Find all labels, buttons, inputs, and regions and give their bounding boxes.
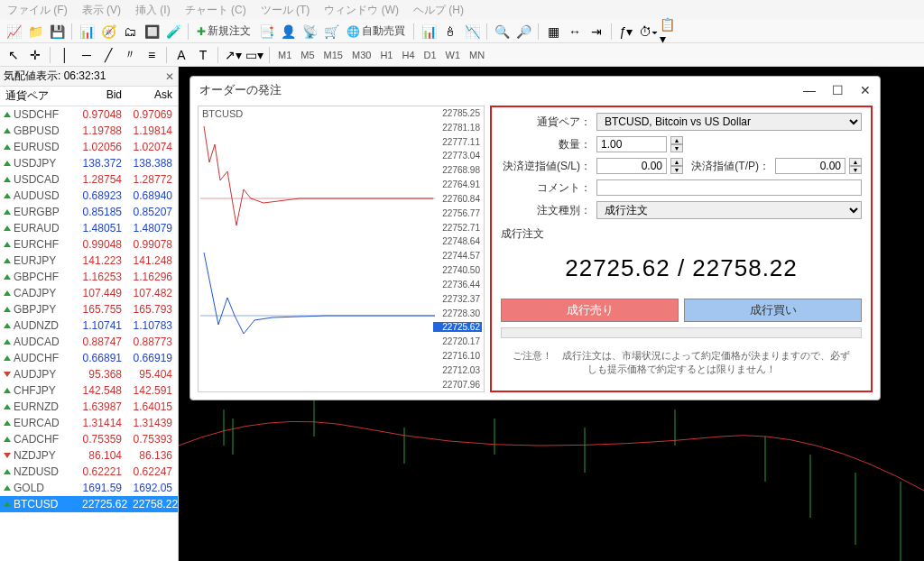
vline-icon[interactable]: │	[55, 45, 75, 65]
strategy-icon[interactable]: 🧪	[163, 22, 183, 41]
volume-input[interactable]	[596, 136, 667, 152]
tile-icon[interactable]: ▦	[543, 22, 563, 41]
market-icon[interactable]: 🛒	[321, 22, 341, 41]
market-watch-row[interactable]: AUDJPY 95.36895.404	[0, 366, 178, 382]
period-mn[interactable]: MN	[466, 50, 488, 60]
sl-input[interactable]	[596, 158, 667, 174]
menu-tools[interactable]: ツール (T)	[261, 3, 310, 18]
profile-icon[interactable]: 👤	[278, 22, 298, 41]
market-watch-row[interactable]: EURGBP 0.851850.85207	[0, 204, 178, 220]
scroll-icon[interactable]: ↔	[565, 22, 585, 41]
market-watch-row[interactable]: CADJPY 107.449107.482	[0, 285, 178, 301]
bar-chart-icon[interactable]: 📊	[419, 22, 439, 41]
label-type: 注文種別：	[501, 203, 591, 218]
indicator-icon[interactable]: ƒ▾	[616, 22, 636, 41]
fibo-icon[interactable]: ≡	[142, 45, 162, 65]
signals-icon[interactable]: 📡	[300, 22, 319, 41]
pair-select[interactable]: BTCUSD, Bitcoin vs US Dollar	[596, 113, 862, 131]
period-m1[interactable]: M1	[274, 50, 295, 60]
market-watch-row[interactable]: BTCUSD 22725.6222758.22	[0, 496, 178, 512]
market-watch-row[interactable]: EURCHF 0.990480.99078	[0, 236, 178, 253]
market-watch-title: 気配値表示: 06:32:31	[4, 69, 106, 84]
market-watch-row[interactable]: EURCAD 1.314141.31439	[0, 415, 178, 431]
template-icon[interactable]: 📋▾	[660, 22, 679, 41]
market-watch-row[interactable]: GOLD 1691.591692.05	[0, 480, 178, 496]
sell-button[interactable]: 成行売り	[501, 299, 679, 322]
market-watch-columns: 通貨ペア Bid Ask	[0, 87, 178, 106]
period-h1[interactable]: H1	[376, 50, 396, 60]
arrow-icon[interactable]: ↗▾	[223, 45, 243, 65]
new-chart-icon[interactable]: 📈	[4, 22, 23, 41]
market-watch-icon[interactable]: 📊	[77, 22, 97, 41]
market-watch-row[interactable]: EURJPY 141.223141.248	[0, 253, 178, 269]
comment-input[interactable]	[596, 179, 862, 196]
cursor-icon[interactable]: ↖	[4, 45, 23, 65]
market-watch-row[interactable]: GBPCHF 1.162531.16296	[0, 269, 178, 285]
market-watch-row[interactable]: GBPJPY 165.755165.793	[0, 301, 178, 317]
crosshair-icon[interactable]: ✛	[25, 45, 45, 65]
market-watch-panel: 気配値表示: 06:32:31 ✕ 通貨ペア Bid Ask USDCHF 0.…	[0, 67, 179, 561]
period-icon[interactable]: ⏱▾	[638, 22, 658, 41]
market-watch-row[interactable]: USDCAD 1.287541.28772	[0, 171, 178, 188]
folder-icon[interactable]: 📁	[25, 22, 45, 41]
channel-icon[interactable]: 〃	[120, 45, 140, 65]
candle-chart-icon[interactable]: 🕯	[440, 22, 460, 41]
navigator-icon[interactable]: 🧭	[98, 22, 118, 41]
column-icon[interactable]: 🔲	[142, 22, 162, 41]
minimize-icon[interactable]: —	[803, 83, 816, 97]
line-chart-icon[interactable]: 📉	[462, 22, 482, 41]
period-m30[interactable]: M30	[348, 50, 374, 60]
order-form: 通貨ペア： BTCUSD, Bitcoin vs US Dollar 数量： ▲…	[490, 106, 873, 392]
label-icon[interactable]: T	[193, 45, 213, 65]
shape-icon[interactable]: ▭▾	[245, 45, 264, 65]
market-watch-row[interactable]: USDCHF 0.970480.97069	[0, 106, 178, 123]
period-m15[interactable]: M15	[320, 50, 346, 60]
menu-help[interactable]: ヘルプ (H)	[413, 3, 464, 18]
data-window-icon[interactable]: 🗂	[120, 22, 140, 41]
order-section-label: 成行注文	[501, 226, 862, 242]
tp-input[interactable]	[775, 158, 845, 174]
type-select[interactable]: 成行注文	[596, 201, 862, 219]
sl-spinner[interactable]: ▲▼	[670, 158, 683, 174]
market-watch-row[interactable]: AUDCAD 0.887470.88773	[0, 334, 178, 350]
text-icon[interactable]: A	[171, 45, 191, 65]
new-order-button[interactable]: ✚ 新規注文	[193, 23, 254, 39]
market-watch-row[interactable]: EURNZD 1.639871.64015	[0, 399, 178, 415]
zoom-in-icon[interactable]: 🔍	[492, 22, 512, 41]
menu-view[interactable]: 表示 (V)	[82, 3, 121, 18]
order-notice: ご注意！ 成行注文は、市場状況によって約定価格が決まりますので、必ずしも提示価格…	[501, 344, 862, 377]
menu-chart[interactable]: チャート (C)	[185, 3, 246, 18]
market-watch-row[interactable]: EURAUD 1.480511.48079	[0, 220, 178, 236]
buy-button[interactable]: 成行買い	[684, 299, 862, 322]
market-watch-row[interactable]: USDJPY 138.372138.388	[0, 155, 178, 171]
market-watch-row[interactable]: AUDUSD 0.689230.68940	[0, 188, 178, 204]
hline-icon[interactable]: ─	[77, 45, 97, 65]
close-icon[interactable]: ✕	[165, 70, 174, 83]
shift-icon[interactable]: ⇥	[587, 22, 606, 41]
market-watch-row[interactable]: AUDCHF 0.668910.66919	[0, 350, 178, 366]
market-watch-row[interactable]: NZDUSD 0.622210.62247	[0, 464, 178, 480]
trendline-icon[interactable]: ╱	[98, 45, 118, 65]
expert-icon[interactable]: 📑	[256, 22, 276, 41]
save-icon[interactable]: 💾	[47, 22, 67, 41]
zoom-out-icon[interactable]: 🔎	[513, 22, 533, 41]
market-watch-row[interactable]: AUDNZD 1.107411.10783	[0, 317, 178, 334]
menu-insert[interactable]: 挿入 (I)	[135, 3, 171, 18]
market-watch-row[interactable]: EURUSD 1.020561.02074	[0, 139, 178, 155]
menu-window[interactable]: ウィンドウ (W)	[324, 3, 399, 18]
auto-trade-button[interactable]: 🌐 自動売買	[343, 23, 409, 39]
maximize-icon[interactable]: ☐	[832, 83, 844, 97]
label-comment: コメント：	[501, 180, 591, 196]
close-icon[interactable]: ✕	[860, 83, 871, 97]
market-watch-row[interactable]: CADCHF 0.753590.75393	[0, 431, 178, 447]
period-w1[interactable]: W1	[442, 50, 465, 60]
market-watch-row[interactable]: NZDJPY 86.10486.136	[0, 447, 178, 464]
tp-spinner[interactable]: ▲▼	[849, 158, 862, 174]
period-h4[interactable]: H4	[398, 50, 418, 60]
period-d1[interactable]: D1	[420, 50, 440, 60]
market-watch-row[interactable]: CHFJPY 142.548142.591	[0, 382, 178, 399]
period-m5[interactable]: M5	[297, 50, 318, 60]
volume-spinner[interactable]: ▲▼	[670, 136, 683, 152]
menu-file[interactable]: ファイル (F)	[7, 3, 68, 18]
market-watch-row[interactable]: GBPUSD 1.197881.19814	[0, 123, 178, 139]
